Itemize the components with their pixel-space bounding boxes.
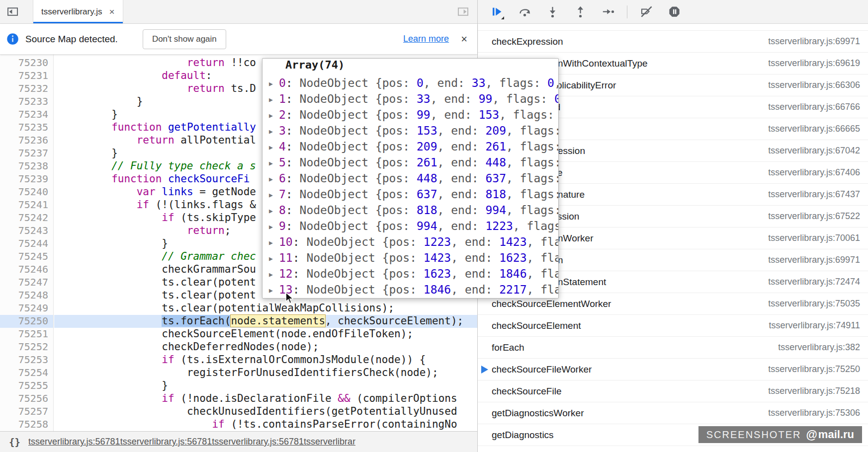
array-item-row[interactable]: ▶13: NodeObject {pos: 1846, end: 2217, f… <box>262 283 558 299</box>
line-number[interactable]: 75249 <box>0 302 53 315</box>
array-item-row[interactable]: ▶0: NodeObject {pos: 0, end: 33, flags: … <box>262 76 558 92</box>
line-number[interactable]: 75254 <box>0 367 53 379</box>
array-item-row[interactable]: ▶3: NodeObject {pos: 153, end: 209, flag… <box>262 124 558 140</box>
array-item-row[interactable]: ▶2: NodeObject {pos: 99, end: 153, flags… <box>262 108 558 124</box>
status-links[interactable]: tsserverlibrary.js:56781tsserverlibrary.… <box>28 437 355 447</box>
array-item-row[interactable]: ▶5: NodeObject {pos: 261, end: 448, flag… <box>262 156 558 172</box>
callstack-frame[interactable]: tsserverlibrary.js:75250checkSourceFileW… <box>478 359 868 380</box>
expand-triangle-icon[interactable]: ▶ <box>269 191 279 199</box>
callstack-frame[interactable]: tsserverlibrary.js:69971checkExpression <box>478 31 868 53</box>
expand-triangle-icon[interactable]: ▶ <box>269 80 279 87</box>
line-number[interactable]: 75252 <box>0 341 53 354</box>
line-number[interactable]: 75241 <box>0 199 53 212</box>
line-number[interactable]: 75246 <box>0 263 53 276</box>
code-line: ts.forEach(node.statements, checkSourceE… <box>54 315 477 328</box>
pointer-icon <box>285 292 294 304</box>
line-number[interactable]: 75251 <box>0 328 53 341</box>
step-button[interactable] <box>600 3 616 20</box>
toggle-navigator-button[interactable] <box>4 3 21 20</box>
pretty-print-button[interactable]: {} <box>9 437 20 448</box>
callstack-frame[interactable]: tsserverlibrary.js:75306getDiagnosticsWo… <box>478 402 868 424</box>
deactivate-breakpoints-button[interactable] <box>638 3 655 20</box>
frame-location: tsserverlibrary.js:382 <box>778 337 860 358</box>
line-number[interactable]: 75235 <box>0 121 53 134</box>
expand-triangle-icon[interactable]: ▶ <box>269 96 279 103</box>
array-item-row[interactable]: ▶8: NodeObject {pos: 818, end: 994, flag… <box>262 204 558 220</box>
expand-triangle-icon[interactable]: ▶ <box>269 144 279 151</box>
array-item-row[interactable]: ▶12: NodeObject {pos: 1623, end: 1846, f… <box>262 267 558 283</box>
current-frame-arrow-icon <box>481 366 488 374</box>
learn-more-link[interactable]: Learn more <box>403 34 449 44</box>
editor-tab-bar: tsserverlibrary.js × <box>0 0 477 24</box>
expand-triangle-icon[interactable]: ▶ <box>269 112 279 119</box>
frame-name: checkSourceElement <box>492 320 581 331</box>
array-item-row[interactable]: ▶10: NodeObject {pos: 1223, end: 1423, f… <box>262 235 558 251</box>
line-number[interactable]: 75247 <box>0 276 53 289</box>
line-number[interactable]: 75239 <box>0 173 53 186</box>
callstack-frame[interactable]: tsserverlibrary.js:75218checkSourceFile <box>478 380 868 402</box>
line-number[interactable]: 75231 <box>0 70 53 82</box>
expand-triangle-icon[interactable]: ▶ <box>269 223 279 230</box>
tab-label: tsserverlibrary.js <box>41 7 102 17</box>
callstack-frame[interactable] <box>478 24 868 31</box>
line-number[interactable]: 75236 <box>0 134 53 147</box>
line-number[interactable]: 75253 <box>0 354 53 367</box>
line-number[interactable]: 75233 <box>0 95 53 108</box>
array-item-row[interactable]: ▶9: NodeObject {pos: 994, end: 1223, fla… <box>262 220 558 235</box>
line-number[interactable]: 75245 <box>0 250 53 263</box>
code-line: checkSourceElement(node.endOfFileToken); <box>61 328 477 341</box>
line-number[interactable]: 75255 <box>0 379 53 392</box>
line-number[interactable]: 75243 <box>0 225 53 237</box>
resume-button[interactable] <box>488 3 505 20</box>
frame-location: tsserverlibrary.js:66665 <box>768 118 860 140</box>
array-item-row[interactable]: ▶4: NodeObject {pos: 209, end: 261, flag… <box>262 140 558 156</box>
frame-location: tsserverlibrary.js:72474 <box>768 271 860 293</box>
toggle-right-pane-button[interactable] <box>454 3 471 20</box>
expand-triangle-icon[interactable]: ▶ <box>269 255 279 262</box>
tab-tsserverlibrary[interactable]: tsserverlibrary.js × <box>33 0 123 23</box>
code-line: checkUnusedIdentifiers(getPotentiallyUnu… <box>61 405 477 418</box>
source-map-infobar: Source Map detected. Don't show again Le… <box>0 24 477 55</box>
array-item-row[interactable]: ▶6: NodeObject {pos: 448, end: 637, flag… <box>262 172 558 188</box>
frame-name: checkSourceElementWorker <box>492 299 611 309</box>
step-out-button[interactable] <box>572 3 589 20</box>
line-number[interactable]: 75238 <box>0 160 53 173</box>
line-number[interactable]: 75240 <box>0 186 53 199</box>
tab-close-icon[interactable]: × <box>109 6 114 17</box>
line-number[interactable]: 75256 <box>0 392 53 405</box>
watermark-domain: mail.ru <box>818 428 854 441</box>
step-over-icon <box>518 5 531 18</box>
frame-location: tsserverlibrary.js:67522 <box>768 206 860 227</box>
line-number[interactable]: 75232 <box>0 82 53 95</box>
line-number[interactable]: 75234 <box>0 108 53 121</box>
expand-triangle-icon[interactable]: ▶ <box>269 175 279 183</box>
expand-triangle-icon[interactable]: ▶ <box>269 287 279 294</box>
line-number[interactable]: 75250 <box>0 315 53 328</box>
expand-triangle-icon[interactable]: ▶ <box>269 271 279 278</box>
array-item-row[interactable]: ▶1: NodeObject {pos: 33, end: 99, flags:… <box>262 92 558 108</box>
expand-triangle-icon[interactable]: ▶ <box>269 128 279 135</box>
array-item-row[interactable]: ▶7: NodeObject {pos: 637, end: 818, flag… <box>262 188 558 204</box>
infobar-close-icon[interactable]: × <box>461 33 467 46</box>
expand-triangle-icon[interactable]: ▶ <box>269 207 279 215</box>
array-item-row[interactable]: ▶11: NodeObject {pos: 1423, end: 1623, f… <box>262 251 558 267</box>
line-number[interactable]: 75230 <box>0 57 53 70</box>
line-number[interactable]: 75244 <box>0 237 53 250</box>
gutter: 7523075231752327523375234752357523675237… <box>0 55 54 431</box>
step-over-button[interactable] <box>516 3 533 20</box>
pause-on-exceptions-button[interactable] <box>666 3 683 20</box>
line-number[interactable]: 75242 <box>0 212 53 225</box>
code-line: if (ts.isExternalOrCommonJsModule(node))… <box>61 354 477 367</box>
expand-triangle-icon[interactable]: ▶ <box>269 239 279 246</box>
line-number[interactable]: 75248 <box>0 289 53 302</box>
line-number[interactable]: 75257 <box>0 405 53 418</box>
callstack-frame[interactable]: tsserverlibrary.js:382forEach <box>478 337 868 359</box>
step-into-button[interactable] <box>544 3 561 20</box>
expand-triangle-icon[interactable]: ▶ <box>269 159 279 167</box>
frame-location: tsserverlibrary.js:67437 <box>768 184 860 205</box>
frame-location: tsserverlibrary.js:69619 <box>768 53 860 74</box>
line-number[interactable]: 75237 <box>0 147 53 160</box>
dont-show-again-button[interactable]: Don't show again <box>143 29 226 49</box>
callstack-frame[interactable]: tsserverlibrary.js:74911checkSourceEleme… <box>478 315 868 337</box>
line-number[interactable]: 75258 <box>0 418 53 431</box>
